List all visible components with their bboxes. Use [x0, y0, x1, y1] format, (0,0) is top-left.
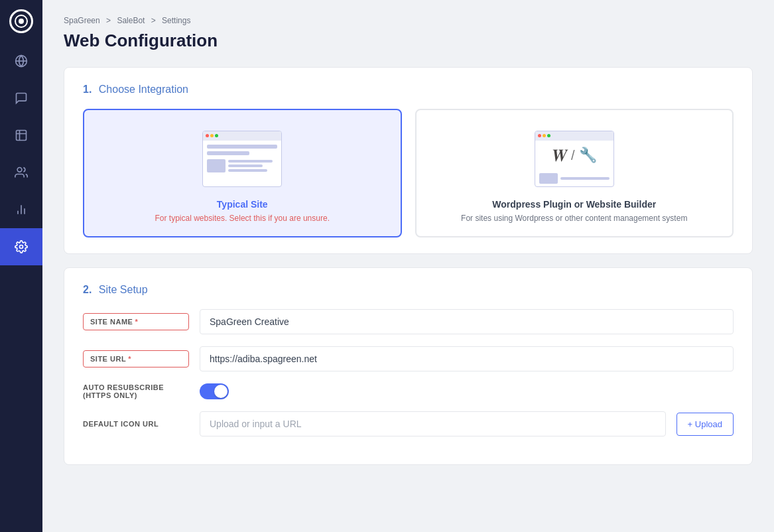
- site-url-input[interactable]: [200, 346, 734, 371]
- wp-slash-icon: /: [571, 148, 575, 163]
- breadcrumb: SpaGreen > SaleBot > Settings: [64, 16, 753, 25]
- section1-title-text: Choose Integration: [99, 84, 188, 95]
- wp-body: 𝑾 / 🔧: [535, 141, 613, 170]
- section1-title: 1. Choose Integration: [83, 84, 734, 96]
- logo-icon: [9, 9, 33, 33]
- section-choose-integration: 1. Choose Integration: [64, 67, 753, 254]
- browser-line-2: [207, 151, 249, 155]
- browser-img-box: [207, 159, 226, 172]
- sidebar-item-globe[interactable]: [0, 42, 42, 80]
- wp-bottom-line: [560, 177, 610, 180]
- breadcrumb-salebot[interactable]: SaleBot: [117, 16, 145, 25]
- wordpress-desc: For sites using Wordpress or other conte…: [461, 214, 687, 223]
- auto-resubscribe-toggle[interactable]: [200, 383, 229, 399]
- breadcrumb-spagreen[interactable]: SpaGreen: [64, 16, 100, 25]
- integration-card-typical[interactable]: Typical Site For typical websites. Selec…: [83, 109, 402, 237]
- wp-bottom-box: [539, 173, 558, 184]
- main-content: SpaGreen > SaleBot > Settings Web Config…: [42, 0, 774, 532]
- sidebar-item-chat[interactable]: [0, 80, 42, 117]
- wp-logo-icon: 𝑾: [552, 145, 567, 166]
- text-line-3: [228, 169, 267, 172]
- section2-title-text: Site Setup: [99, 284, 148, 295]
- section2-title: 2. Site Setup: [83, 284, 734, 296]
- sidebar-item-settings[interactable]: [0, 228, 42, 265]
- toggle-knob: [214, 385, 227, 398]
- upload-button[interactable]: + Upload: [677, 413, 734, 436]
- dot-green: [215, 134, 218, 137]
- auto-resubscribe-label: AUTO RESUBSCRIBE (HTTPS ONLY): [83, 383, 189, 399]
- site-name-label: SITE NAME *: [83, 313, 189, 330]
- wp-dot-red: [538, 134, 541, 137]
- auto-resubscribe-toggle-wrapper: [200, 383, 229, 399]
- text-line-1: [228, 160, 273, 163]
- browser-img-row: [207, 159, 277, 172]
- sidebar: [0, 0, 42, 532]
- text-line-2: [228, 165, 263, 167]
- wp-bottom: [535, 170, 613, 186]
- breadcrumb-sep-2: >: [151, 16, 158, 25]
- site-name-required: *: [135, 318, 138, 326]
- breadcrumb-sep-1: >: [106, 16, 113, 25]
- default-icon-input[interactable]: [200, 411, 666, 436]
- site-url-label: SITE URL *: [83, 350, 189, 367]
- site-name-input[interactable]: [200, 309, 734, 334]
- dot-yellow: [210, 134, 214, 137]
- sidebar-logo[interactable]: [0, 0, 42, 42]
- wp-dot-green: [547, 134, 550, 137]
- sidebar-item-users[interactable]: [0, 154, 42, 191]
- typical-site-desc: For typical websites. Select this if you…: [155, 214, 330, 223]
- sidebar-item-chart[interactable]: [0, 191, 42, 228]
- default-icon-row: DEFAULT ICON URL + Upload: [83, 411, 734, 436]
- browser-line-1: [207, 145, 277, 149]
- svg-point-8: [20, 245, 23, 249]
- site-name-row: SITE NAME *: [83, 309, 734, 334]
- page-title: Web Configuration: [64, 31, 753, 51]
- wp-wrench-icon: 🔧: [579, 147, 597, 164]
- section2-number: 2.: [83, 284, 92, 295]
- section-site-setup: 2. Site Setup SITE NAME * SITE URL *: [64, 267, 753, 465]
- integration-card-wordpress[interactable]: 𝑾 / 🔧 Wordpress: [415, 109, 734, 237]
- svg-point-1: [19, 19, 24, 24]
- browser-bar: [203, 131, 281, 141]
- wp-bottom-img: [539, 173, 610, 184]
- breadcrumb-settings[interactable]: Settings: [162, 16, 190, 25]
- typical-site-illustration: [202, 129, 282, 188]
- site-url-required: *: [128, 355, 131, 363]
- section1-number: 1.: [83, 84, 92, 95]
- default-icon-label: DEFAULT ICON URL: [83, 420, 189, 428]
- wordpress-illustration: 𝑾 / 🔧: [535, 129, 614, 188]
- browser-body: [203, 141, 281, 186]
- typical-site-title: Typical Site: [217, 199, 268, 210]
- wp-browser-bar: [535, 131, 613, 141]
- site-url-row: SITE URL *: [83, 346, 734, 371]
- sidebar-item-lab[interactable]: [0, 117, 42, 154]
- integration-cards: Typical Site For typical websites. Selec…: [83, 109, 734, 237]
- browser-text-lines: [228, 159, 277, 172]
- auto-resubscribe-row: AUTO RESUBSCRIBE (HTTPS ONLY): [83, 383, 734, 399]
- wordpress-title: Wordpress Plugin or Website Builder: [492, 199, 656, 210]
- dot-red: [206, 134, 209, 137]
- svg-point-4: [17, 168, 22, 172]
- wp-dot-yellow: [543, 134, 546, 137]
